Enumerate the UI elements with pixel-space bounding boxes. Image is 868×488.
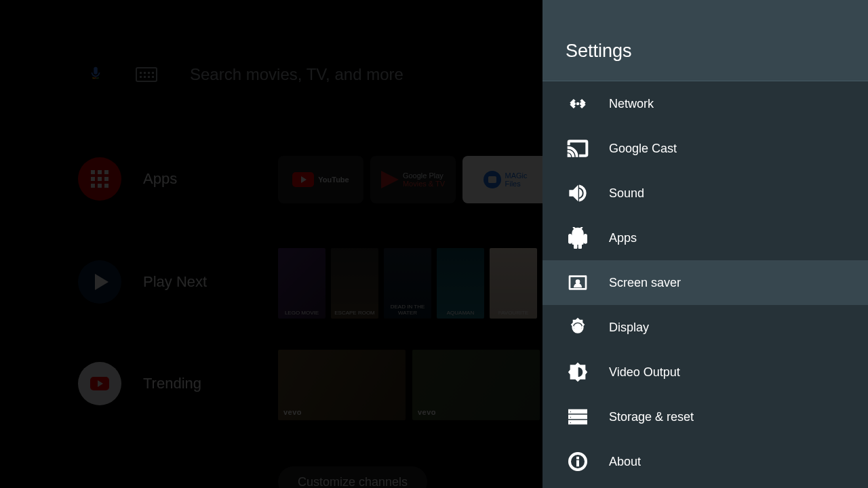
- playnext-circle-icon: [78, 260, 121, 304]
- settings-item-screen-saver[interactable]: Screen saver: [542, 260, 868, 305]
- vevo-badge: vevo: [418, 408, 436, 416]
- settings-item-google-cast[interactable]: Google Cast: [542, 126, 868, 171]
- settings-item-video-output[interactable]: Video Output: [542, 350, 868, 394]
- playnext-row-label: Play Next: [143, 273, 207, 291]
- play-movies-icon: [381, 171, 399, 188]
- app-tile-play-movies[interactable]: Google Play Movies & TV: [370, 156, 456, 203]
- settings-item-display[interactable]: A Display: [542, 305, 868, 350]
- network-icon: [566, 92, 590, 116]
- settings-header: Settings: [542, 0, 868, 81]
- storage-icon: [566, 405, 590, 429]
- settings-item-sound[interactable]: Sound: [542, 171, 868, 216]
- settings-item-label: About: [609, 455, 641, 469]
- app-tile-magic-files[interactable]: MAGic Files: [462, 156, 548, 203]
- video-thumb[interactable]: vevo: [278, 350, 406, 420]
- settings-item-label: Sound: [609, 186, 644, 201]
- mic-icon[interactable]: [88, 64, 103, 85]
- screensaver-icon: [566, 270, 590, 295]
- svg-point-2: [580, 102, 583, 104]
- poster-item[interactable]: AQUAMAN: [437, 248, 484, 319]
- sound-icon: [566, 181, 590, 205]
- video-thumb[interactable]: vevo: [412, 350, 540, 420]
- settings-item-about[interactable]: About: [542, 439, 868, 484]
- settings-item-label: Video Output: [609, 365, 680, 380]
- poster-item[interactable]: FAVOURITE: [490, 248, 537, 319]
- customize-label: Customize channels: [298, 475, 408, 489]
- settings-item-storage-reset[interactable]: Storage & reset: [542, 394, 868, 439]
- poster-item[interactable]: ESCAPE ROOM: [331, 248, 378, 319]
- youtube-icon: [292, 172, 314, 187]
- settings-item-label: Storage & reset: [609, 410, 694, 424]
- app-tile-label: MAGic Files: [505, 171, 528, 188]
- settings-title: Settings: [566, 41, 632, 62]
- apps-row-label: Apps: [143, 170, 177, 188]
- trending-thumbs: vevo vevo: [278, 350, 540, 420]
- vevo-badge: vevo: [283, 408, 302, 416]
- settings-panel: Settings Network Google Cast Sound Apps: [542, 0, 868, 488]
- settings-item-label: Screen saver: [609, 276, 681, 290]
- info-icon: [566, 449, 590, 474]
- settings-item-label: Network: [609, 97, 654, 111]
- svg-text:A: A: [575, 323, 580, 331]
- settings-item-label: Google Cast: [609, 142, 677, 156]
- settings-item-network[interactable]: Network: [542, 81, 868, 126]
- poster-item[interactable]: LEGO MOVIE: [278, 248, 326, 319]
- playnext-posters: LEGO MOVIE ESCAPE ROOM DEAD IN THE WATER…: [278, 248, 537, 319]
- svg-point-0: [573, 102, 575, 104]
- search-bar[interactable]: Search movies, TV, and more: [88, 64, 403, 85]
- apps-circle-icon: [78, 157, 121, 201]
- video-output-icon: [566, 360, 590, 384]
- settings-item-label: Apps: [609, 231, 637, 245]
- trending-row-header[interactable]: Trending: [78, 362, 201, 405]
- magic-files-icon: [484, 171, 501, 188]
- settings-item-label: Display: [609, 321, 649, 335]
- keyboard-icon[interactable]: [136, 67, 157, 82]
- youtube-icon: [90, 377, 109, 390]
- trending-row-label: Trending: [143, 375, 201, 392]
- svg-point-1: [576, 102, 578, 104]
- trending-circle-icon: [78, 362, 121, 405]
- app-tile-label: YouTube: [318, 176, 349, 184]
- search-placeholder: Search movies, TV, and more: [190, 65, 403, 84]
- apps-row-header[interactable]: Apps: [78, 157, 177, 201]
- app-tile-label: Google Play Movies & TV: [403, 171, 445, 188]
- settings-item-apps[interactable]: Apps: [542, 216, 868, 260]
- poster-item[interactable]: DEAD IN THE WATER: [384, 248, 431, 319]
- playnext-row-header[interactable]: Play Next: [78, 260, 207, 304]
- customize-channels-button[interactable]: Customize channels: [278, 466, 427, 488]
- display-brightness-icon: A: [566, 315, 590, 340]
- apps-tiles: YouTube Google Play Movies & TV MAGic Fi…: [278, 156, 548, 203]
- android-icon: [566, 226, 590, 250]
- cast-icon: [566, 136, 590, 161]
- app-tile-youtube[interactable]: YouTube: [278, 156, 363, 203]
- settings-list: Network Google Cast Sound Apps Screen sa: [542, 81, 868, 488]
